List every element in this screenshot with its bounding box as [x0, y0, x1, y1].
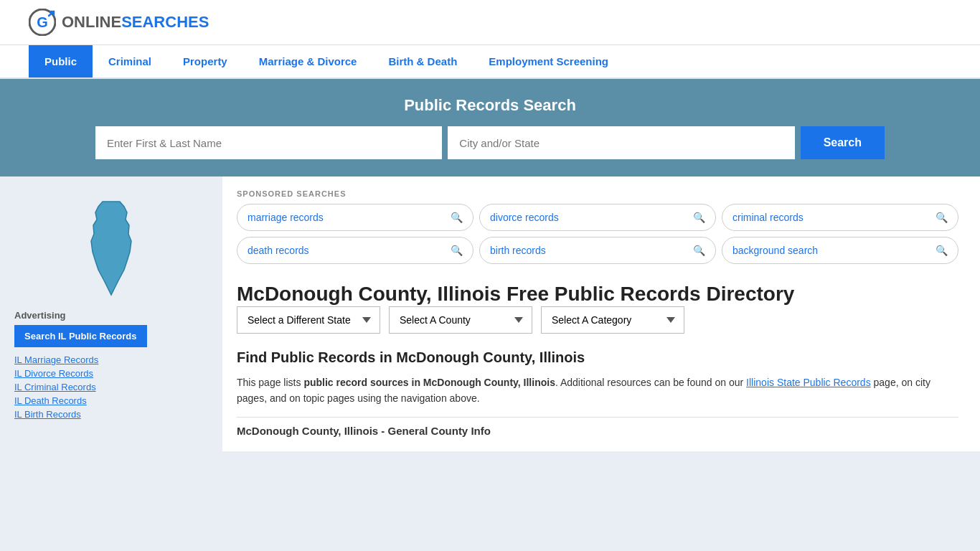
search-icon: 🔍	[693, 212, 705, 223]
county-dropdown[interactable]: Select A County	[389, 306, 532, 334]
sponsored-label: SPONSORED SEARCHES	[237, 189, 958, 198]
search-icon: 🔍	[936, 212, 948, 223]
search-form: Search	[95, 126, 885, 159]
sidebar-link-divorce[interactable]: IL Divorce Records	[14, 368, 208, 379]
nav-criminal[interactable]: Criminal	[93, 45, 167, 77]
nav-public[interactable]: Public	[29, 45, 93, 77]
sidebar-link-death[interactable]: IL Death Records	[14, 395, 208, 406]
category-dropdown[interactable]: Select A Category	[541, 306, 684, 334]
nav-property[interactable]: Property	[167, 45, 243, 77]
content-area: SPONSORED SEARCHES marriage records 🔍 di…	[222, 176, 980, 451]
sponsored-item-marriage[interactable]: marriage records 🔍	[237, 204, 473, 231]
find-records-title: Find Public Records in McDonough County,…	[237, 349, 958, 366]
sidebar-link-criminal[interactable]: IL Criminal Records	[14, 382, 208, 392]
logo-searches: SEARCHES	[121, 13, 209, 31]
search-icon: 🔍	[693, 245, 705, 256]
main-content: Advertising Search IL Public Records IL …	[0, 176, 980, 451]
logo-text: ONLINESEARCHES	[62, 13, 209, 32]
desc-bold: public record sources in McDonough Count…	[303, 377, 555, 388]
desc-part1: This page lists	[237, 377, 303, 388]
nav-birth-death[interactable]: Birth & Death	[372, 45, 473, 77]
sponsored-label-birth: birth records	[490, 245, 546, 256]
county-info-title: McDonough County, Illinois - General Cou…	[237, 425, 958, 437]
desc-part2: . Additional resources can be found on o…	[555, 377, 746, 388]
sidebar-links: IL Marriage Records IL Divorce Records I…	[14, 354, 208, 420]
search-button[interactable]: Search	[801, 126, 885, 159]
search-il-button[interactable]: Search IL Public Records	[14, 325, 147, 347]
sponsored-label-background: background search	[732, 245, 818, 256]
search-banner-title: Public Records Search	[29, 96, 951, 115]
sponsored-label-divorce: divorce records	[490, 212, 559, 223]
dropdowns: Select a Different State Select A County…	[237, 306, 958, 334]
sponsored-item-death[interactable]: death records 🔍	[237, 237, 473, 264]
sponsored-label-marriage: marriage records	[248, 212, 324, 223]
illinois-map-icon	[75, 198, 147, 298]
main-nav: Public Criminal Property Marriage & Divo…	[0, 45, 980, 79]
sponsored-item-birth[interactable]: birth records 🔍	[479, 237, 716, 264]
sidebar-link-marriage[interactable]: IL Marriage Records	[14, 354, 208, 365]
sponsored-searches: marriage records 🔍 divorce records 🔍 cri…	[237, 204, 958, 264]
sponsored-item-background[interactable]: background search 🔍	[722, 237, 958, 264]
logo-online: ONLINE	[62, 13, 121, 31]
header: G ONLINESEARCHES	[0, 0, 980, 45]
sponsored-item-divorce[interactable]: divorce records 🔍	[479, 204, 716, 231]
records-description: This page lists public record sources in…	[237, 375, 958, 418]
logo-area[interactable]: G ONLINESEARCHES	[29, 9, 209, 36]
search-icon: 🔍	[451, 245, 463, 256]
sponsored-label-criminal: criminal records	[732, 212, 804, 223]
sidebar: Advertising Search IL Public Records IL …	[0, 176, 222, 451]
advertising-label: Advertising	[14, 310, 208, 321]
logo-icon: G	[29, 9, 56, 36]
search-banner: Public Records Search Search	[0, 79, 980, 176]
nav-employment[interactable]: Employment Screening	[473, 45, 624, 77]
sponsored-label-death: death records	[248, 245, 309, 256]
location-input[interactable]	[448, 126, 794, 159]
page-title: McDonough County, Illinois Free Public R…	[237, 281, 958, 306]
state-dropdown[interactable]: Select a Different State	[237, 306, 380, 334]
search-icon: 🔍	[451, 212, 463, 223]
name-input[interactable]	[95, 126, 442, 159]
sidebar-link-birth[interactable]: IL Birth Records	[14, 409, 208, 420]
advertising-section: Advertising Search IL Public Records	[14, 310, 208, 354]
svg-text:G: G	[37, 14, 48, 30]
sponsored-item-criminal[interactable]: criminal records 🔍	[722, 204, 958, 231]
search-icon: 🔍	[936, 245, 948, 256]
illinois-records-link[interactable]: Illinois State Public Records	[746, 377, 871, 388]
nav-marriage-divorce[interactable]: Marriage & Divorce	[243, 45, 373, 77]
